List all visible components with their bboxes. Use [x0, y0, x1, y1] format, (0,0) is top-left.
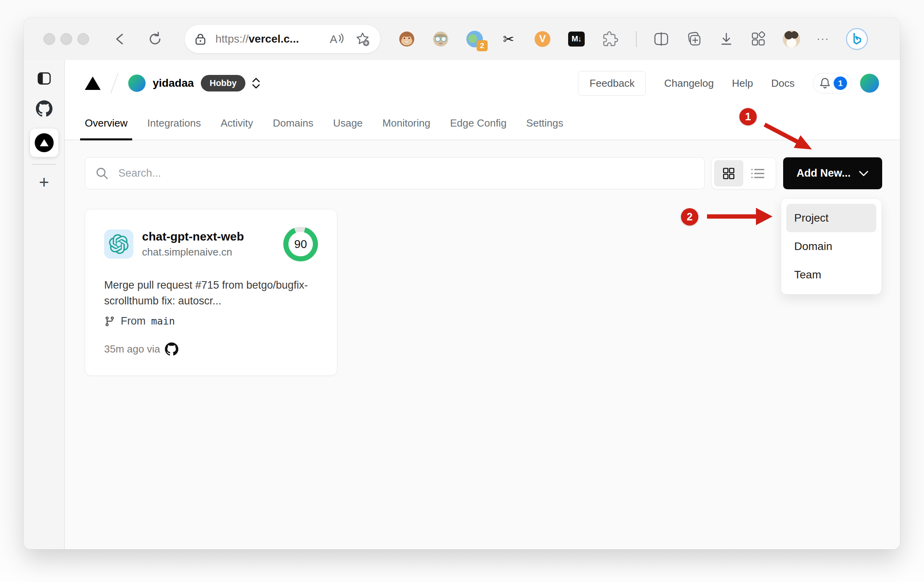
dropdown-item-team[interactable]: Team [786, 261, 876, 289]
close-window-button[interactable] [43, 33, 55, 45]
vercel-header: yidadaa Hobby Feedback Changelog Help Do… [65, 60, 900, 140]
add-new-button[interactable]: Add New... [783, 157, 882, 189]
browser-body: + yidadaa Hobby [24, 60, 900, 549]
dashboard-tab-bar: Overview Integrations Activity Domains U… [65, 106, 900, 140]
back-arrow-icon [113, 32, 128, 46]
lighthouse-score-ring: 90 [283, 227, 318, 261]
vercel-logo[interactable] [85, 76, 101, 90]
svg-text:A: A [330, 33, 337, 45]
scissors-extension-icon[interactable]: ✂ [500, 31, 517, 47]
from-label: From [121, 315, 146, 327]
feedback-button[interactable]: Feedback [578, 71, 646, 96]
minimize-window-button[interactable] [60, 33, 72, 45]
desktop-background: https://vercel.c... A [0, 0, 924, 582]
project-name[interactable]: chat-gpt-next-web [142, 230, 244, 243]
markdown-extension-icon[interactable]: M↓ [568, 31, 585, 47]
search-icon [95, 167, 109, 180]
dropdown-item-domain[interactable]: Domain [786, 232, 876, 261]
branch-name: main [151, 315, 175, 327]
collections-icon[interactable] [686, 31, 702, 47]
tab-monitoring[interactable]: Monitoring [382, 106, 430, 140]
dropdown-item-project[interactable]: Project [786, 204, 876, 232]
commit-message: Merge pull request #715 from betgo/bugfi… [104, 277, 315, 309]
sidebar-panel-icon[interactable] [37, 72, 51, 85]
url-scheme: https:// [215, 33, 249, 45]
add-new-dropdown: Project Domain Team [781, 198, 882, 295]
view-toggle [711, 157, 776, 189]
tab-edge-config[interactable]: Edge Config [450, 106, 507, 140]
tab-domains[interactable]: Domains [273, 106, 314, 140]
add-new-label: Add New... [797, 167, 851, 179]
back-button[interactable] [113, 32, 128, 46]
tab-integrations[interactable]: Integrations [147, 106, 201, 140]
maximize-window-button[interactable] [77, 33, 89, 45]
extension-icons: 2 ✂ V M↓ [398, 31, 619, 47]
downloads-icon[interactable] [719, 32, 734, 47]
address-bar[interactable]: https://vercel.c... A [185, 25, 380, 53]
browser-action-icons: ··· [653, 28, 868, 50]
changelog-link[interactable]: Changelog [664, 77, 714, 90]
url-host: vercel.c... [249, 33, 299, 45]
circle-extension-icon[interactable]: 2 [466, 31, 483, 47]
split-screen-icon[interactable] [653, 32, 669, 46]
annotation-step-1: 1 [739, 108, 757, 125]
tab-github[interactable] [36, 100, 52, 117]
help-link[interactable]: Help [732, 77, 753, 90]
vercel-favicon [35, 133, 54, 152]
read-aloud-icon[interactable]: A [329, 32, 345, 46]
favorite-star-icon[interactable] [355, 32, 370, 47]
notifications-button[interactable]: 1 [813, 73, 851, 93]
user-avatar[interactable] [860, 74, 879, 93]
notification-count-badge: 1 [834, 76, 847, 90]
team-switcher-icon[interactable] [252, 78, 260, 89]
browser-profile-avatar[interactable] [783, 30, 800, 48]
git-branch-icon [104, 316, 115, 327]
openai-logo-icon [104, 229, 133, 259]
project-domain[interactable]: chat.simplenaive.cn [142, 246, 244, 258]
team-name[interactable]: yidadaa [153, 77, 194, 90]
browser-toolbar: https://vercel.c... A [24, 18, 900, 60]
vertical-tab-sidebar: + [24, 60, 65, 549]
deploy-time: 35m ago via [104, 343, 160, 355]
reload-icon [148, 32, 163, 47]
tab-usage[interactable]: Usage [333, 106, 363, 140]
chevron-down-icon [859, 170, 869, 177]
lighthouse-score-value: 90 [288, 232, 313, 256]
more-menu-icon[interactable]: ··· [817, 33, 829, 45]
github-icon [165, 342, 178, 356]
annotation-step-2: 2 [681, 208, 698, 226]
monkey-extension-icon[interactable] [398, 31, 415, 47]
dashboard-content: Add New... chat [65, 140, 900, 549]
lock-icon [195, 33, 206, 45]
search-input[interactable] [118, 167, 694, 180]
tab-overview[interactable]: Overview [85, 106, 127, 140]
workspaces-icon[interactable] [750, 31, 766, 47]
list-view-button[interactable] [743, 160, 772, 187]
tab-vercel-active[interactable] [30, 129, 58, 157]
toolbar-divider [636, 31, 637, 47]
project-search[interactable] [85, 157, 705, 189]
extensions-puzzle-icon[interactable] [602, 31, 619, 47]
reload-button[interactable] [148, 32, 163, 47]
bell-icon [819, 77, 830, 89]
bing-chat-icon[interactable] [846, 28, 868, 50]
new-tab-button[interactable]: + [39, 173, 49, 191]
person-extension-icon[interactable] [432, 31, 449, 47]
v-extension-icon[interactable]: V [534, 31, 551, 47]
vercel-page: yidadaa Hobby Feedback Changelog Help Do… [65, 60, 900, 549]
grid-view-button[interactable] [714, 160, 743, 187]
project-card[interactable]: chat-gpt-next-web chat.simplenaive.cn 90… [85, 209, 337, 376]
tab-settings[interactable]: Settings [526, 106, 563, 140]
browser-window: https://vercel.c... A [24, 18, 900, 549]
tab-activity[interactable]: Activity [221, 106, 253, 140]
docs-link[interactable]: Docs [771, 77, 795, 90]
plan-badge: Hobby [201, 75, 245, 91]
window-controls [43, 33, 89, 45]
breadcrumb-slash [110, 73, 118, 93]
team-avatar [128, 75, 146, 92]
extension-badge: 2 [477, 40, 488, 51]
sidebar-divider [32, 164, 56, 165]
